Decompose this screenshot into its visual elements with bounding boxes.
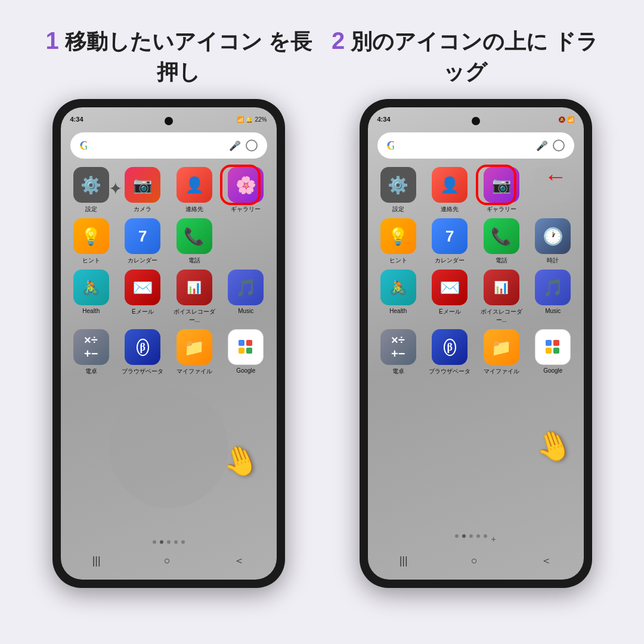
browser-icon-2: β — [432, 329, 467, 365]
google-icon-2 — [535, 329, 571, 365]
files-icon-2: 📁 — [484, 329, 519, 365]
clock-icon-2: 🕐 — [535, 218, 571, 254]
app-music-1[interactable]: 🎵 Music — [222, 270, 270, 324]
camera-icon-1: 📷 — [125, 167, 160, 203]
app-health-2[interactable]: 🚴 Health — [375, 270, 422, 324]
hint-label-2: ヒント — [389, 256, 407, 265]
phone2-status-bar: 4:34 🔕 📶 — [377, 112, 574, 126]
recorder-label-2: ボイスレコーダー... — [478, 308, 525, 324]
nav-back-1[interactable]: ＜ — [234, 553, 244, 568]
music-label-2: Music — [545, 308, 561, 314]
dot-2 — [160, 540, 163, 544]
nav-home-2[interactable]: ○ — [471, 555, 478, 567]
calculator-label-1: 電卓 — [85, 367, 97, 376]
gallery-label-1: ギャラリー — [231, 205, 261, 213]
phones-container: 4:34 📶 🔔 22% ✦ ✦ G 🎤 — [0, 99, 644, 644]
app-google-2[interactable]: Google — [530, 329, 577, 376]
mic-icon-2: 🎤 — [536, 140, 548, 151]
app-email-1[interactable]: ✉️ Eメール — [119, 270, 166, 324]
gallery-icon-2: 📷 — [484, 167, 519, 203]
google-mini-grid-2 — [546, 340, 560, 354]
phone1-status-bar: 4:34 📶 🔔 22% — [70, 112, 267, 126]
music-icon-2: 🎵 — [535, 270, 571, 305]
dot2-3 — [469, 534, 473, 538]
app-settings-2[interactable]: ⚙️ 設定 — [375, 167, 422, 213]
health-label-1: Health — [82, 308, 100, 314]
phone1-wrapper: 4:34 📶 🔔 22% ✦ ✦ G 🎤 — [24, 99, 313, 644]
app-contacts-2[interactable]: 👤 連絡先 — [426, 167, 473, 213]
browser-label-2: ブラウザベータ — [429, 367, 470, 376]
app-calculator-2[interactable]: ×÷+− 電卓 — [375, 329, 422, 376]
hint-label-1: ヒント — [82, 256, 100, 265]
settings-label-2: 設定 — [392, 205, 404, 213]
app-files-2[interactable]: 📁 マイファイル — [478, 329, 525, 376]
google-mini-grid-1 — [239, 340, 253, 354]
app-gallery-2[interactable]: 📷 ギャラリー — [478, 167, 525, 213]
app-settings-1[interactable]: ⚙️ 設定 — [68, 167, 115, 213]
email-label-1: Eメール — [132, 308, 154, 316]
lens-icon-2 — [553, 140, 565, 151]
google-logo-2: G — [387, 139, 397, 153]
phone-icon-1: 📞 — [177, 218, 212, 254]
app-calculator-1[interactable]: ×÷+− 電卓 — [68, 329, 115, 376]
settings-icon-1: ⚙️ — [73, 167, 109, 203]
phone2: 4:34 🔕 📶 G 🎤 ← — [360, 99, 592, 588]
app-phone-2[interactable]: 📞 電話 — [478, 218, 525, 265]
app-hint-2[interactable]: 💡 ヒント — [375, 218, 422, 265]
phone2-status-icons: 🔕 📶 — [558, 116, 574, 123]
files-icon-1: 📁 — [177, 329, 212, 365]
nav-home-1[interactable]: ○ — [164, 555, 171, 567]
nav-recent-1[interactable]: ||| — [92, 555, 101, 567]
app-calendar-1[interactable]: 7 カレンダー — [119, 218, 166, 265]
phone1-search-bar[interactable]: G 🎤 — [70, 132, 267, 159]
google-logo-1: G — [80, 139, 89, 153]
app-browser-2[interactable]: β ブラウザベータ — [426, 329, 473, 376]
dot2-6: + — [491, 534, 496, 544]
app-recorder-2[interactable]: 📊 ボイスレコーダー... — [478, 270, 525, 324]
health-label-2: Health — [389, 308, 407, 314]
nav-back-2[interactable]: ＜ — [541, 553, 552, 568]
app-files-1[interactable]: 📁 マイファイル — [171, 329, 218, 376]
phone1-nav-bar: ||| ○ ＜ — [61, 549, 277, 572]
calculator-icon-2: ×÷+− — [380, 329, 416, 365]
contacts-label-2: 連絡先 — [441, 205, 459, 213]
browser-icon-1: β — [125, 329, 160, 365]
phone2-search-bar[interactable]: G 🎤 — [377, 132, 574, 159]
phone-icon-2: 📞 — [484, 218, 519, 254]
recorder-icon-1: 📊 — [177, 270, 212, 305]
app-health-1[interactable]: 🚴 Health — [68, 270, 115, 324]
lens-icon-1 — [246, 140, 258, 151]
app-contacts-1[interactable]: 👤 連絡先 — [171, 167, 218, 213]
dot2-2 — [462, 534, 466, 538]
google-label-1: Google — [236, 367, 255, 374]
calendar-label-1: カレンダー — [128, 256, 157, 265]
app-phone-1[interactable]: 📞 電話 — [171, 218, 218, 265]
contacts-icon-1: 👤 — [177, 167, 212, 203]
phone2-nav-bar: ||| ○ ＜ — [368, 549, 584, 572]
phone1-app-grid: ⚙️ 設定 📷 カメラ 👤 連絡先 — [68, 167, 270, 376]
app-calendar-2[interactable]: 7 カレンダー — [426, 218, 473, 265]
app-music-2[interactable]: 🎵 Music — [530, 270, 577, 324]
camera-label-1: カメラ — [134, 205, 151, 213]
app-clock-2[interactable]: 🕐 時計 — [530, 218, 577, 265]
files-label-1: マイファイル — [177, 367, 212, 376]
settings-icon-2: ⚙️ — [380, 167, 416, 203]
gallery-icon-1: 🌸 — [228, 167, 264, 203]
app-recorder-1[interactable]: 📊 ボイスレコーダー... — [171, 270, 218, 324]
app-browser-1[interactable]: β ブラウザベータ — [119, 329, 166, 376]
files-label-2: マイファイル — [484, 367, 519, 376]
email-icon-1: ✉️ — [125, 270, 160, 305]
app-google-1[interactable]: Google — [222, 329, 270, 376]
app-hint-1[interactable]: 💡 ヒント — [68, 218, 115, 265]
phone1-page-dots — [61, 540, 277, 544]
app-empty-1 — [222, 218, 270, 265]
phone1-status-icons: 📶 🔔 22% — [237, 116, 267, 123]
nav-recent-2[interactable]: ||| — [400, 555, 408, 567]
app-camera-1[interactable]: 📷 カメラ — [119, 167, 166, 213]
dot-3 — [167, 540, 171, 544]
email-icon-2: ✉️ — [432, 270, 467, 305]
app-email-2[interactable]: ✉️ Eメール — [426, 270, 473, 324]
phone1: 4:34 📶 🔔 22% ✦ ✦ G 🎤 — [52, 99, 285, 588]
app-gallery-1[interactable]: 🌸 ギャラリー — [222, 167, 270, 213]
phone2-page-dots: + — [368, 534, 584, 544]
